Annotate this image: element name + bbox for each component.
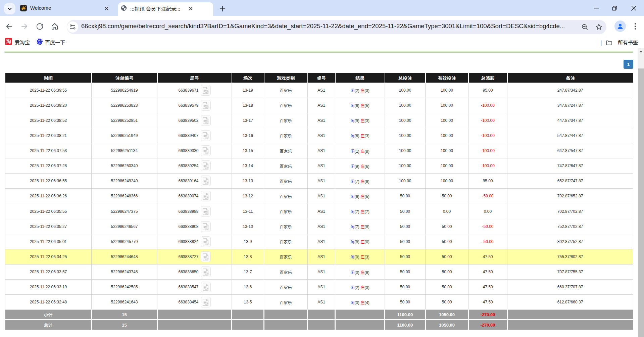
svg-text:du: du xyxy=(39,42,41,44)
